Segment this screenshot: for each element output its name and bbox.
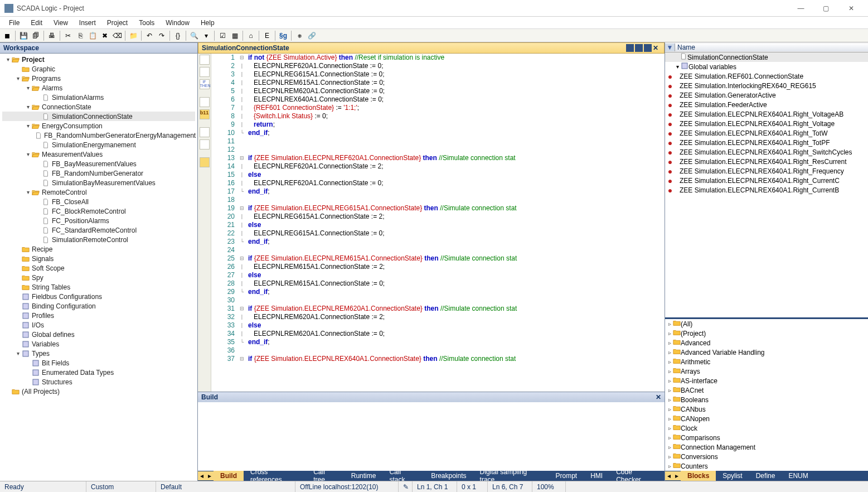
blocks-tab-next[interactable]: ▸ [673,471,681,480]
tree-item[interactable]: (All Projects) [2,387,195,396]
tree-item[interactable]: Structures [2,377,195,387]
maximize-button[interactable]: ▢ [813,0,838,17]
tree-item[interactable]: ▾Types [2,349,195,358]
tree-item[interactable]: I/Os [2,320,195,330]
variable-row[interactable]: ●ZEE Simulation.ELECPNLREX640A1.Right_Cu… [665,185,868,195]
margin-btn-3[interactable]: IFTHEN [200,79,210,89]
close-button[interactable]: ✕ [838,0,864,17]
category-row[interactable]: ▹(All) [665,319,868,329]
margin-btn-7[interactable] [200,139,210,149]
save-icon[interactable]: 💾 [18,30,29,41]
variable-row[interactable]: ●ZEE Simulation.ELECPNLREX640A1.Right_To… [665,128,868,138]
editor-tool3-icon[interactable] [644,44,652,52]
filter-icon[interactable]: ▼ [665,44,675,51]
build-tab[interactable]: Code Checker [609,471,665,481]
tree-item[interactable]: ▾Alarms [2,83,195,93]
tree-item[interactable]: SimulationRemoteControl [2,235,195,244]
tree-item[interactable]: SimulationBayMeasurementValues [2,178,195,187]
tree-item[interactable]: FB_BayMeasurementValues [2,159,195,168]
build-tab-prev[interactable]: ◂ [198,471,206,480]
tree-item[interactable]: SimulationConnectionState [2,112,195,121]
menu-help[interactable]: Help [195,19,220,27]
code-editor[interactable]: 1⊟if not {ZEE Simulation.Active} then //… [211,54,665,392]
margin-btn-1[interactable] [200,55,210,65]
variables-list[interactable]: SimulationConnectionState▾Global variabl… [665,52,868,317]
build-tab[interactable]: Prompt [549,471,584,481]
variable-row[interactable]: ●ZEE Simulation.ELECPNLREX640A1.Right_Sw… [665,147,868,157]
blocks-tab[interactable]: Blocks [681,471,716,481]
ref-icon[interactable]: ⎈ [294,30,305,41]
cut-icon[interactable]: ✂ [62,30,74,41]
undo-icon[interactable]: ↶ [144,30,155,41]
variable-row[interactable]: ▾Global variables [665,62,868,71]
clear-icon[interactable]: ⌫ [111,30,123,41]
category-row[interactable]: ▹AS-interface [665,376,868,385]
tree-item[interactable]: Binding Configuration [2,301,195,311]
margin-btn-4[interactable] [200,97,210,107]
menu-view[interactable]: View [48,19,74,27]
variable-row[interactable]: ●ZEE Simulation.ELECPNLREX640A1.Right_Re… [665,157,868,166]
variable-row[interactable]: ●ZEE Simulation.ELECPNLREX640A1.Right_Cu… [665,176,868,185]
tree-item[interactable]: Profiles [2,311,195,320]
tree-item[interactable]: SimulationEnergymanement [2,140,195,149]
category-row[interactable]: ▹Clock [665,423,868,433]
category-row[interactable]: ▹(Project) [665,329,868,338]
tree-item[interactable]: ▾ConnectionState [2,102,195,112]
minimize-button[interactable]: — [788,0,813,17]
tree-item[interactable]: Bit Fields [2,358,195,368]
build-close-icon[interactable]: ✕ [656,393,661,401]
variable-row[interactable]: ●ZEE Simulation.REF601.ConnectionState [665,71,868,81]
blocks-category-list[interactable]: ▹(All)▹(Project)▹Advanced▹Advanced Varia… [665,319,868,471]
blocks-tab[interactable]: ENUM [782,471,814,481]
margin-btn-6[interactable] [200,127,210,137]
menu-file[interactable]: File [3,19,25,27]
tree-item[interactable]: FB_CloseAll [2,197,195,206]
variables-column-name[interactable]: Name [675,44,868,51]
delete-icon[interactable]: ✖ [99,30,110,41]
tree-item[interactable]: ▾Programs [2,74,195,83]
tree-item[interactable]: FB_RandomNumberGenerator [2,168,195,178]
variable-row[interactable]: ●ZEE Simulation.ELECPNLREX640A1.Right_Vo… [665,109,868,119]
folder-icon[interactable]: 📁 [128,30,139,41]
category-row[interactable]: ▹Connection Management [665,442,868,452]
tree-item[interactable]: Fieldbus Configurations [2,292,195,301]
build-tab[interactable]: HMI [584,471,609,481]
tree-item[interactable]: Graphic [2,64,195,74]
tree-item[interactable]: SimulationAlarms [2,93,195,102]
category-row[interactable]: ▹Arrays [665,366,868,376]
margin-btn-5[interactable]: b11 [200,109,210,119]
category-row[interactable]: ▹Counters [665,461,868,471]
tree-item[interactable]: ▾EnergyConsumption [2,121,195,131]
menu-insert[interactable]: Insert [74,19,101,27]
menu-edit[interactable]: Edit [25,19,48,27]
variable-row[interactable]: SimulationConnectionState [665,52,868,62]
category-row[interactable]: ▹CANbus [665,404,868,414]
menu-tools[interactable]: Tools [133,19,160,27]
tree-item[interactable]: Enumerated Data Types [2,368,195,377]
build-tab-next[interactable]: ▸ [206,471,214,480]
category-row[interactable]: ▹CANopen [665,414,868,423]
tree-item[interactable]: FC_PositionAlarms [2,216,195,225]
margin-btn-8[interactable] [200,157,210,167]
link-icon[interactable]: 🔗 [306,30,317,41]
category-row[interactable]: ▹Advanced [665,338,868,348]
copy-icon[interactable]: ⎘ [75,30,86,41]
tree-item[interactable]: FC_StandardRemoteControl [2,225,195,235]
category-row[interactable]: ▹Booleans [665,395,868,404]
paste-icon[interactable]: 📋 [87,30,98,41]
toggle-icon[interactable]: ☑ [217,30,228,41]
sg-icon[interactable]: §g [278,30,289,41]
build-tab[interactable]: Runtime [345,471,383,481]
blocks-tab-prev[interactable]: ◂ [665,471,673,480]
redo-icon[interactable]: ↷ [156,30,167,41]
menu-window[interactable]: Window [160,19,195,27]
editor-tool2-icon[interactable] [635,44,643,52]
home-icon[interactable]: ⌂ [245,30,256,41]
editor-tool1-icon[interactable] [626,44,634,52]
build-tab[interactable]: Call tree [307,471,345,481]
build-tab[interactable]: Breakpoints [424,471,473,481]
variable-row[interactable]: ●ZEE Simulation.ELECPNLREX640A1.Right_To… [665,138,868,147]
variable-row[interactable]: ●ZEE Simulation.ELECPNLREX640A1.Right_Fr… [665,166,868,176]
variable-row[interactable]: ●ZEE Simulation.ELECPNLREX640A1.Right_Vo… [665,119,868,128]
variable-row[interactable]: ●ZEE Simulation.GeneratorActive [665,90,868,100]
